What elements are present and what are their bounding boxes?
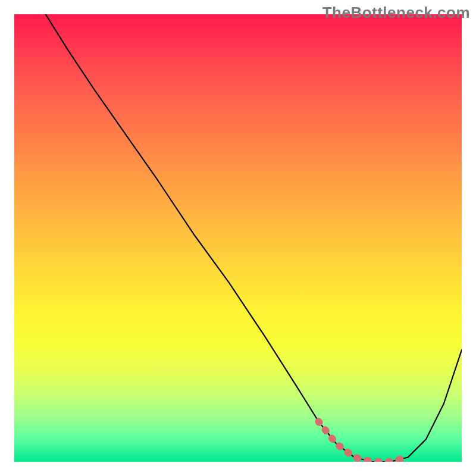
watermark-text: TheBottleneck.com (322, 4, 470, 22)
optimal-range-highlight (318, 421, 408, 462)
curve-layer (14, 14, 462, 462)
bottleneck-curve (46, 14, 462, 462)
bottleneck-chart: TheBottleneck.com (0, 0, 476, 476)
plot-area (14, 14, 462, 462)
